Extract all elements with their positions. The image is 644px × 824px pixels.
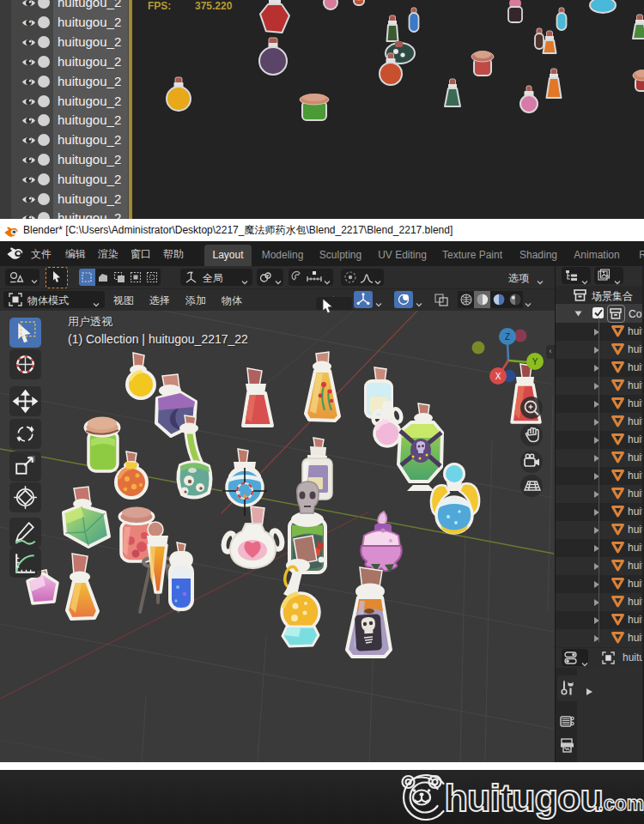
svg-text:X: X: [495, 372, 501, 381]
svg-text:.com: .com: [598, 792, 644, 815]
svg-text:Z: Z: [505, 332, 510, 342]
svg-text:Y: Y: [532, 357, 538, 367]
svg-text:huitugou: huitugou: [445, 776, 603, 820]
